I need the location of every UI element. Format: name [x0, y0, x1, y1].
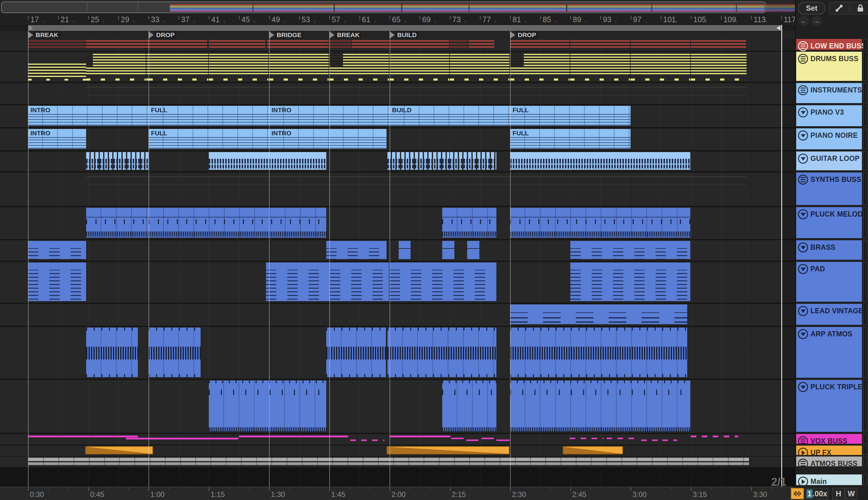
fold-icon[interactable] [798, 209, 808, 219]
clip-low-end-buss[interactable] [570, 40, 630, 49]
clip-vox-buss[interactable] [28, 435, 138, 438]
clip-drums-buss[interactable] [570, 53, 631, 81]
track-header-vox-buss[interactable]: VOX BUSS [796, 434, 862, 444]
clip-piano-v3[interactable]: FULL [148, 106, 269, 126]
clip-drums-buss[interactable] [148, 53, 209, 81]
clip-pluck-melod[interactable] [510, 208, 690, 238]
clip-piano-noire[interactable]: FULL [148, 129, 269, 149]
track-header-arp-atmos[interactable]: ARP ATMOS [796, 327, 862, 378]
arrangement-marker[interactable]: DROP [510, 31, 538, 38]
track-header-pluck-melod[interactable]: PLUCK MELOD [796, 207, 862, 238]
loop-start-flag[interactable] [29, 25, 33, 31]
clip-piano-v3[interactable]: BUILD [390, 106, 510, 126]
bar-number-ruler[interactable]: 1721252933374145495357616569737781858993… [0, 13, 868, 25]
track-header-instruments[interactable]: INSTRUMENTS [796, 83, 862, 103]
clip-arp-atmos[interactable] [387, 328, 497, 377]
clip-brass[interactable] [399, 241, 411, 259]
clip-low-end-buss[interactable] [450, 40, 468, 49]
clip-drums-buss[interactable] [450, 53, 510, 81]
clip-piano-noire[interactable]: INTRO [269, 129, 387, 149]
track-header-guitar-loop[interactable]: GUITAR LOOP [796, 151, 862, 170]
clip-vox-buss[interactable] [126, 438, 238, 440]
fold-icon[interactable] [798, 329, 808, 339]
clip-low-end-buss[interactable] [390, 40, 449, 49]
clip-drums-buss[interactable] [86, 53, 93, 67]
clip-low-end-buss[interactable] [469, 40, 494, 49]
clip-guitar-loop[interactable] [450, 152, 497, 170]
audition-button[interactable] [791, 488, 804, 499]
clip-drums-buss[interactable] [631, 53, 691, 81]
clip-low-end-buss[interactable] [329, 40, 351, 49]
clip-low-end-buss[interactable] [209, 40, 265, 49]
clip-brass[interactable] [570, 241, 690, 259]
group-icon[interactable] [798, 54, 808, 64]
clip-drums-buss[interactable] [269, 53, 329, 81]
clip-vox-buss[interactable] [641, 440, 658, 441]
clip-low-end-buss[interactable] [510, 40, 570, 49]
clip-drums-buss[interactable] [390, 53, 450, 81]
clip-vox-buss[interactable] [390, 435, 450, 438]
clip-guitar-loop[interactable] [387, 152, 449, 170]
clip-arp-atmos[interactable] [86, 328, 138, 377]
track-header-piano-noire[interactable]: PIANO NOIRE [796, 128, 862, 149]
clip-vox-buss[interactable] [691, 435, 738, 438]
track-lane-piano-noire[interactable] [0, 128, 795, 150]
clip-low-end-buss[interactable] [267, 40, 329, 49]
clip-arp-atmos[interactable] [326, 328, 386, 377]
track-header-up-fx[interactable]: UP FX [796, 445, 862, 455]
height-zoom-button[interactable]: H [832, 488, 845, 499]
arrangement-area[interactable]: INTROFULLINTROBUILDFULLINTROFULLINTROFUL… [0, 39, 795, 487]
clip-drums-buss[interactable] [28, 53, 86, 81]
clip-arp-atmos[interactable] [148, 328, 201, 377]
clip-low-end-buss[interactable] [631, 40, 690, 49]
loop-end-flag[interactable] [776, 25, 780, 31]
play-icon[interactable] [798, 477, 808, 487]
track-header-brass[interactable]: BRASS [796, 240, 862, 260]
clip-drums-buss[interactable] [209, 53, 269, 81]
track-header-piano-v3[interactable]: PIANO V3 [796, 105, 862, 126]
arrangement-marker[interactable]: BREAK [329, 31, 361, 38]
group-icon[interactable] [798, 459, 808, 469]
fold-icon[interactable] [798, 264, 808, 274]
playback-speed-control[interactable]: 1.00x [805, 488, 828, 499]
clip-vox-buss[interactable] [481, 438, 494, 439]
clip-low-end-buss[interactable] [28, 40, 86, 49]
clip-brass[interactable] [326, 241, 387, 259]
song-overview[interactable] [0, 0, 868, 13]
clip-drums-buss[interactable] [329, 53, 343, 67]
clip-brass[interactable] [28, 241, 86, 259]
arrangement-marker[interactable]: BRIDGE [269, 31, 303, 38]
clip-vox-buss[interactable] [239, 435, 348, 438]
clip-instruments[interactable] [86, 83, 747, 102]
clip-low-end-buss[interactable] [148, 40, 207, 49]
clip-piano-v3[interactable]: INTRO [28, 106, 148, 126]
fold-icon[interactable] [798, 130, 808, 140]
clip-piano-v3[interactable]: INTRO [269, 106, 390, 126]
track-header-pluck-triple[interactable]: PLUCK TRIPLE [796, 380, 862, 432]
clip-vox-buss[interactable] [466, 440, 478, 441]
clip-guitar-loop[interactable] [86, 152, 148, 170]
clip-pluck-melod[interactable] [86, 208, 148, 238]
clip-pluck-melod[interactable] [442, 208, 497, 238]
clip-up-fx[interactable] [85, 446, 153, 454]
clip-pad[interactable] [28, 262, 86, 301]
clip-drums-buss[interactable] [86, 53, 148, 81]
clip-arp-atmos[interactable] [510, 328, 687, 377]
clip-pluck-melod[interactable] [148, 208, 326, 238]
clip-low-end-buss[interactable] [86, 40, 148, 49]
clip-vox-buss[interactable] [497, 440, 509, 441]
clip-piano-noire[interactable]: FULL [510, 129, 631, 149]
arrangement-marker[interactable]: BUILD [390, 31, 418, 38]
clip-low-end-buss[interactable] [352, 40, 389, 49]
track-header-synths-buss[interactable]: SYNTHS BUSS [796, 172, 862, 205]
clip-up-fx[interactable] [563, 446, 623, 454]
clip-lead-vintage[interactable] [510, 305, 687, 324]
fold-icon[interactable] [798, 242, 808, 252]
track-header-drums-buss[interactable]: DRUMS BUSS [796, 52, 862, 81]
clip-drums-buss[interactable] [691, 53, 747, 81]
loop-bar[interactable] [28, 25, 781, 31]
clip-piano-noire[interactable]: INTRO [28, 129, 86, 149]
group-icon[interactable] [798, 174, 808, 185]
group-icon[interactable] [798, 85, 808, 95]
group-icon[interactable] [798, 436, 808, 446]
